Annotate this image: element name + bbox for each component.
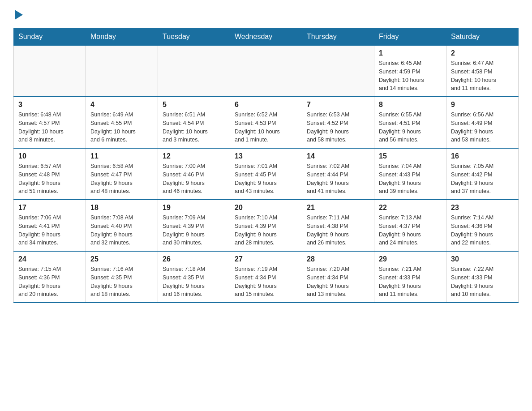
day-number: 18 [90, 204, 153, 212]
calendar-cell: 1Sunrise: 6:45 AM Sunset: 4:59 PM Daylig… [374, 46, 446, 97]
day-info: Sunrise: 7:02 AM Sunset: 4:44 PM Dayligh… [307, 162, 369, 196]
calendar-cell: 19Sunrise: 7:09 AM Sunset: 4:39 PM Dayli… [158, 200, 230, 251]
day-info: Sunrise: 6:45 AM Sunset: 4:59 PM Dayligh… [379, 59, 442, 93]
calendar-week-row: 1Sunrise: 6:45 AM Sunset: 4:59 PM Daylig… [14, 46, 519, 97]
day-number: 16 [451, 152, 514, 160]
calendar-cell: 23Sunrise: 7:14 AM Sunset: 4:36 PM Dayli… [446, 200, 519, 251]
calendar-cell: 7Sunrise: 6:53 AM Sunset: 4:52 PM Daylig… [302, 97, 374, 148]
day-number: 17 [18, 204, 81, 212]
day-info: Sunrise: 7:11 AM Sunset: 4:38 PM Dayligh… [307, 214, 369, 247]
calendar-cell [158, 46, 230, 97]
day-number: 23 [451, 204, 514, 212]
calendar-cell: 17Sunrise: 7:06 AM Sunset: 4:41 PM Dayli… [14, 200, 86, 251]
calendar-cell: 29Sunrise: 7:21 AM Sunset: 4:33 PM Dayli… [374, 251, 446, 303]
day-info: Sunrise: 7:15 AM Sunset: 4:36 PM Dayligh… [18, 265, 81, 299]
calendar-cell: 27Sunrise: 7:19 AM Sunset: 4:34 PM Dayli… [230, 251, 302, 303]
calendar-cell: 14Sunrise: 7:02 AM Sunset: 4:44 PM Dayli… [302, 148, 374, 200]
calendar-cell: 9Sunrise: 6:56 AM Sunset: 4:49 PM Daylig… [446, 97, 519, 148]
calendar-week-row: 24Sunrise: 7:15 AM Sunset: 4:36 PM Dayli… [14, 251, 519, 303]
calendar-cell: 6Sunrise: 6:52 AM Sunset: 4:53 PM Daylig… [230, 97, 302, 148]
day-info: Sunrise: 6:49 AM Sunset: 4:55 PM Dayligh… [90, 111, 153, 144]
calendar-cell: 13Sunrise: 7:01 AM Sunset: 4:45 PM Dayli… [230, 148, 302, 200]
day-number: 22 [379, 204, 442, 212]
day-number: 9 [451, 101, 514, 109]
day-number: 7 [307, 101, 369, 109]
day-info: Sunrise: 6:53 AM Sunset: 4:52 PM Dayligh… [307, 111, 369, 144]
day-info: Sunrise: 7:22 AM Sunset: 4:33 PM Dayligh… [451, 265, 514, 299]
calendar-header-row: SundayMondayTuesdayWednesdayThursdayFrid… [14, 28, 519, 46]
day-number: 5 [163, 101, 225, 109]
day-number: 2 [451, 49, 514, 57]
logo-arrow-icon [15, 10, 23, 20]
calendar-cell: 16Sunrise: 7:05 AM Sunset: 4:42 PM Dayli… [446, 148, 519, 200]
header-thursday: Thursday [302, 28, 374, 46]
day-info: Sunrise: 7:08 AM Sunset: 4:40 PM Dayligh… [90, 214, 153, 247]
day-number: 27 [235, 255, 297, 263]
day-number: 26 [163, 255, 225, 263]
calendar-cell: 18Sunrise: 7:08 AM Sunset: 4:40 PM Dayli… [86, 200, 158, 251]
calendar-cell [230, 46, 302, 97]
day-number: 10 [18, 152, 81, 160]
day-info: Sunrise: 7:10 AM Sunset: 4:39 PM Dayligh… [235, 214, 297, 247]
calendar-cell: 11Sunrise: 6:58 AM Sunset: 4:47 PM Dayli… [86, 148, 158, 200]
day-info: Sunrise: 6:57 AM Sunset: 4:48 PM Dayligh… [18, 162, 81, 196]
calendar-cell: 20Sunrise: 7:10 AM Sunset: 4:39 PM Dayli… [230, 200, 302, 251]
calendar-cell: 12Sunrise: 7:00 AM Sunset: 4:46 PM Dayli… [158, 148, 230, 200]
day-number: 21 [307, 204, 369, 212]
calendar-cell: 2Sunrise: 6:47 AM Sunset: 4:58 PM Daylig… [446, 46, 519, 97]
day-info: Sunrise: 7:06 AM Sunset: 4:41 PM Dayligh… [18, 214, 81, 247]
day-number: 3 [18, 101, 81, 109]
header-monday: Monday [86, 28, 158, 46]
day-number: 13 [235, 152, 297, 160]
calendar-cell: 21Sunrise: 7:11 AM Sunset: 4:38 PM Dayli… [302, 200, 374, 251]
day-number: 14 [307, 152, 369, 160]
day-info: Sunrise: 7:13 AM Sunset: 4:37 PM Dayligh… [379, 214, 442, 247]
day-info: Sunrise: 7:01 AM Sunset: 4:45 PM Dayligh… [235, 162, 297, 196]
calendar-cell: 15Sunrise: 7:04 AM Sunset: 4:43 PM Dayli… [374, 148, 446, 200]
calendar-cell: 30Sunrise: 7:22 AM Sunset: 4:33 PM Dayli… [446, 251, 519, 303]
day-number: 11 [90, 152, 153, 160]
day-info: Sunrise: 6:48 AM Sunset: 4:57 PM Dayligh… [18, 111, 81, 144]
calendar-week-row: 3Sunrise: 6:48 AM Sunset: 4:57 PM Daylig… [14, 97, 519, 148]
day-info: Sunrise: 7:19 AM Sunset: 4:34 PM Dayligh… [235, 265, 297, 299]
header-wednesday: Wednesday [230, 28, 302, 46]
day-info: Sunrise: 7:04 AM Sunset: 4:43 PM Dayligh… [379, 162, 442, 196]
calendar-week-row: 17Sunrise: 7:06 AM Sunset: 4:41 PM Dayli… [14, 200, 519, 251]
day-number: 20 [235, 204, 297, 212]
day-info: Sunrise: 6:52 AM Sunset: 4:53 PM Dayligh… [235, 111, 297, 144]
calendar-cell: 25Sunrise: 7:16 AM Sunset: 4:35 PM Dayli… [86, 251, 158, 303]
day-info: Sunrise: 7:00 AM Sunset: 4:46 PM Dayligh… [163, 162, 225, 196]
calendar-cell: 5Sunrise: 6:51 AM Sunset: 4:54 PM Daylig… [158, 97, 230, 148]
day-number: 19 [163, 204, 225, 212]
day-info: Sunrise: 6:55 AM Sunset: 4:51 PM Dayligh… [379, 111, 442, 144]
day-info: Sunrise: 7:05 AM Sunset: 4:42 PM Dayligh… [451, 162, 514, 196]
day-info: Sunrise: 7:14 AM Sunset: 4:36 PM Dayligh… [451, 214, 514, 247]
day-info: Sunrise: 7:09 AM Sunset: 4:39 PM Dayligh… [163, 214, 225, 247]
calendar-table: SundayMondayTuesdayWednesdayThursdayFrid… [13, 28, 519, 303]
day-number: 1 [379, 49, 442, 57]
day-info: Sunrise: 7:16 AM Sunset: 4:35 PM Dayligh… [90, 265, 153, 299]
day-info: Sunrise: 6:58 AM Sunset: 4:47 PM Dayligh… [90, 162, 153, 196]
calendar-cell: 28Sunrise: 7:20 AM Sunset: 4:34 PM Dayli… [302, 251, 374, 303]
header-saturday: Saturday [446, 28, 519, 46]
svg-marker-0 [15, 10, 23, 20]
header-tuesday: Tuesday [158, 28, 230, 46]
calendar-cell: 4Sunrise: 6:49 AM Sunset: 4:55 PM Daylig… [86, 97, 158, 148]
day-number: 15 [379, 152, 442, 160]
calendar-cell: 10Sunrise: 6:57 AM Sunset: 4:48 PM Dayli… [14, 148, 86, 200]
day-number: 12 [163, 152, 225, 160]
day-number: 24 [18, 255, 81, 263]
calendar-cell: 24Sunrise: 7:15 AM Sunset: 4:36 PM Dayli… [14, 251, 86, 303]
day-number: 6 [235, 101, 297, 109]
day-info: Sunrise: 7:21 AM Sunset: 4:33 PM Dayligh… [379, 265, 442, 299]
day-number: 28 [307, 255, 369, 263]
day-info: Sunrise: 6:47 AM Sunset: 4:58 PM Dayligh… [451, 59, 514, 93]
day-info: Sunrise: 7:20 AM Sunset: 4:34 PM Dayligh… [307, 265, 369, 299]
page-header [13, 9, 519, 19]
calendar-cell [14, 46, 86, 97]
calendar-cell: 26Sunrise: 7:18 AM Sunset: 4:35 PM Dayli… [158, 251, 230, 303]
day-number: 30 [451, 255, 514, 263]
header-friday: Friday [374, 28, 446, 46]
calendar-week-row: 10Sunrise: 6:57 AM Sunset: 4:48 PM Dayli… [14, 148, 519, 200]
calendar-cell: 8Sunrise: 6:55 AM Sunset: 4:51 PM Daylig… [374, 97, 446, 148]
